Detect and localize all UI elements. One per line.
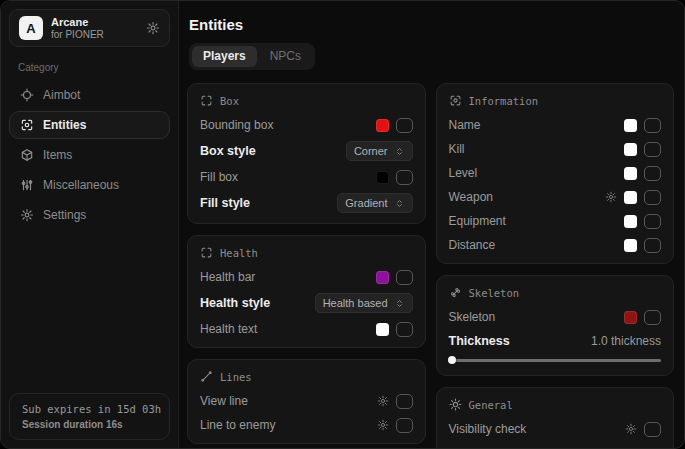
scan-icon bbox=[449, 94, 462, 107]
dropdown-value: Corner bbox=[354, 145, 388, 157]
bounding-box-color-swatch[interactable] bbox=[376, 119, 389, 132]
name-toggle[interactable] bbox=[644, 118, 661, 133]
setting-controls bbox=[625, 422, 661, 437]
setting-row-kill: Kill bbox=[449, 141, 662, 157]
sidebar-item-settings[interactable]: Settings bbox=[9, 201, 170, 229]
gear-icon[interactable] bbox=[377, 395, 389, 407]
health-bar-toggle[interactable] bbox=[396, 270, 413, 285]
gear-icon bbox=[20, 208, 34, 222]
panel-header: Lines bbox=[200, 370, 413, 383]
setting-label: Line to enemy bbox=[200, 418, 275, 432]
setting-label: Box style bbox=[200, 144, 256, 158]
setting-controls bbox=[376, 170, 413, 185]
box-style-dropdown[interactable]: Corner bbox=[346, 141, 413, 161]
distance-toggle[interactable] bbox=[644, 238, 661, 253]
level-color-swatch[interactable] bbox=[624, 167, 637, 180]
health-text-toggle[interactable] bbox=[396, 322, 413, 337]
setting-controls bbox=[624, 310, 661, 325]
visibility-check-toggle[interactable] bbox=[644, 422, 661, 437]
sidebar-item-aimbot[interactable]: Aimbot bbox=[9, 81, 170, 109]
health-bar-color-swatch[interactable] bbox=[376, 271, 389, 284]
sidebar-item-entities[interactable]: Entities bbox=[9, 111, 170, 139]
category-label: Category bbox=[18, 62, 161, 73]
panel-information: InformationNameKillLevelWeaponEquipmentD… bbox=[436, 83, 675, 264]
setting-label: Equipment bbox=[449, 214, 506, 228]
setting-row-equipment: Equipment bbox=[449, 213, 662, 229]
name-color-swatch[interactable] bbox=[624, 119, 637, 132]
line-to-enemy-toggle[interactable] bbox=[396, 418, 413, 433]
fill-box-toggle[interactable] bbox=[396, 170, 413, 185]
panel-skeleton: SkeletonSkeletonThickness1.0 thickness bbox=[436, 275, 675, 376]
fill-box-color-swatch[interactable] bbox=[376, 171, 389, 184]
setting-label: Fill box bbox=[200, 170, 238, 184]
gear-icon[interactable] bbox=[625, 423, 637, 435]
panel-title: Box bbox=[220, 95, 239, 107]
slider-track[interactable] bbox=[449, 359, 662, 362]
setting-row-visibility-check: Visibility check bbox=[449, 421, 662, 437]
bounding-box-toggle[interactable] bbox=[396, 118, 413, 133]
setting-label: Health bar bbox=[200, 270, 255, 284]
kill-toggle[interactable] bbox=[644, 142, 661, 157]
subscription-card: Sub expires in 15d 03h Session duration … bbox=[9, 393, 170, 440]
unfold-icon bbox=[394, 198, 405, 209]
sidebar-item-label: Entities bbox=[43, 118, 86, 132]
kill-color-swatch[interactable] bbox=[624, 143, 637, 156]
weapon-toggle[interactable] bbox=[644, 190, 661, 205]
sidebar-item-items[interactable]: Items bbox=[9, 141, 170, 169]
setting-controls bbox=[624, 214, 661, 229]
gear-icon[interactable] bbox=[377, 419, 389, 431]
level-toggle[interactable] bbox=[644, 166, 661, 181]
sun-icon bbox=[449, 398, 462, 411]
setting-label: Weapon bbox=[449, 190, 493, 204]
panel-lines: LinesView lineLine to enemy bbox=[187, 359, 426, 444]
setting-controls: Health based bbox=[315, 293, 413, 313]
thickness-value: 1.0 thickness bbox=[591, 334, 661, 348]
slider-thumb[interactable] bbox=[448, 356, 456, 364]
panel-header: General bbox=[449, 398, 662, 411]
equipment-color-swatch[interactable] bbox=[624, 215, 637, 228]
view-line-toggle[interactable] bbox=[396, 394, 413, 409]
max-distance-value: 500m bbox=[631, 446, 661, 448]
setting-controls: 500m bbox=[631, 446, 661, 448]
setting-controls bbox=[376, 322, 413, 337]
gear-icon[interactable] bbox=[605, 191, 617, 203]
setting-row-fill-box: Fill box bbox=[200, 169, 413, 185]
distance-color-swatch[interactable] bbox=[624, 239, 637, 252]
line-icon bbox=[200, 370, 213, 383]
sidebar: A Arcane for PIONER Category AimbotEntit… bbox=[1, 1, 179, 448]
fill-style-dropdown[interactable]: Gradient bbox=[337, 193, 412, 213]
setting-label: Kill bbox=[449, 142, 465, 156]
skeleton-toggle[interactable] bbox=[644, 310, 661, 325]
panel-header: Information bbox=[449, 94, 662, 107]
tab-npcs[interactable]: NPCs bbox=[259, 46, 312, 67]
sidebar-item-miscellaneous[interactable]: Miscellaneous bbox=[9, 171, 170, 199]
panel-general: GeneralVisibility checkMax distance500m bbox=[436, 387, 675, 448]
panel-title: General bbox=[469, 399, 513, 411]
health-style-dropdown[interactable]: Health based bbox=[315, 293, 413, 313]
setting-label: Thickness bbox=[449, 334, 510, 348]
setting-controls bbox=[377, 394, 413, 409]
gear-icon[interactable] bbox=[146, 21, 160, 35]
setting-controls bbox=[624, 238, 661, 253]
skeleton-color-swatch[interactable] bbox=[624, 311, 637, 324]
health-text-color-swatch[interactable] bbox=[376, 323, 389, 336]
setting-row-view-line: View line bbox=[200, 393, 413, 409]
session-duration: Session duration 16s bbox=[22, 419, 157, 430]
main-content: Entities Players NPCs BoxBounding boxBox… bbox=[179, 1, 684, 448]
brand-text: Arcane for PIONER bbox=[51, 16, 104, 40]
app-logo-letter: A bbox=[26, 21, 35, 36]
weapon-color-swatch[interactable] bbox=[624, 191, 637, 204]
panel-health: HealthHealth barHealth styleHealth based… bbox=[187, 235, 426, 348]
tab-players[interactable]: Players bbox=[192, 46, 257, 67]
setting-label: Health text bbox=[200, 322, 257, 336]
panel-header: Health bbox=[200, 246, 413, 259]
scan-icon bbox=[20, 118, 34, 132]
tab-bar: Players NPCs bbox=[189, 43, 315, 70]
setting-controls bbox=[624, 166, 661, 181]
arcane-window: A Arcane for PIONER Category AimbotEntit… bbox=[0, 0, 685, 449]
sidebar-item-label: Miscellaneous bbox=[43, 178, 119, 192]
thickness-slider[interactable] bbox=[449, 355, 662, 365]
setting-row-health-text: Health text bbox=[200, 321, 413, 337]
setting-controls bbox=[376, 118, 413, 133]
equipment-toggle[interactable] bbox=[644, 214, 661, 229]
